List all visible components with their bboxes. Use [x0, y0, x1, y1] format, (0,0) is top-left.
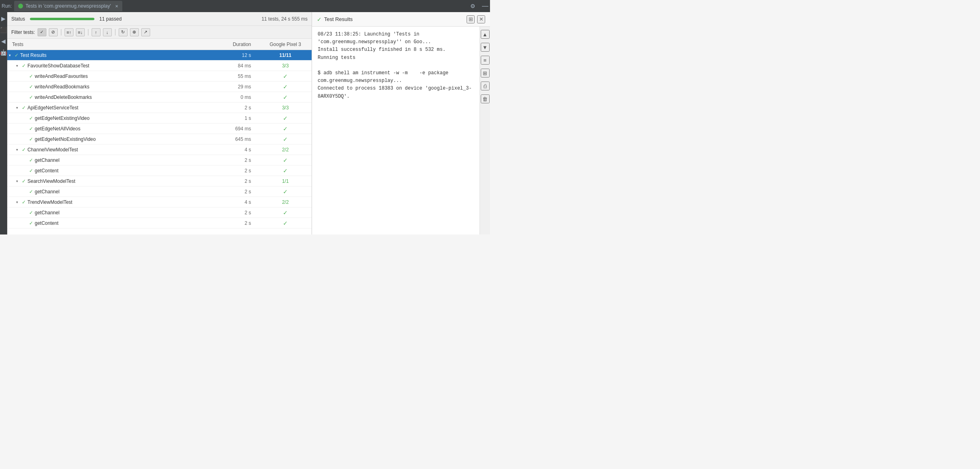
tree-row-trend-vm[interactable]: ▾✓TrendViewModelTest4 s2/2 [7, 197, 312, 207]
status-bar: Status 11 passed 11 tests, 24 s 555 ms [7, 12, 312, 26]
list-view-button[interactable]: ≡ [481, 56, 490, 65]
check-icon-root: ✓ [15, 52, 19, 58]
expand-icon-root[interactable]: ▾ [9, 53, 15, 57]
tab-status-icon [18, 4, 23, 8]
row-name-get-edge-all: getEdgeNetAllVideos [35, 126, 80, 132]
row-duration-get-edge-noexist: 645 ms [211, 136, 259, 142]
row-duration-trend-vm-getcontent: 2 s [211, 220, 259, 226]
expand-icon-channel-vm[interactable]: ▾ [16, 148, 22, 152]
check-icon-channel-vm: ✓ [22, 147, 26, 153]
check-icon-write-read-fav: ✓ [29, 73, 33, 79]
tree-row-search-vm-getchannel[interactable]: ✓getChannel2 s✓ [7, 186, 312, 197]
test-count: 11 tests, 24 s 555 ms [262, 16, 308, 22]
check-icon-trend-vm-getcontent: ✓ [29, 220, 33, 226]
row-device-root: 11/11 [259, 52, 312, 58]
row-duration-write-read-bk: 29 ms [211, 84, 259, 90]
expand-icon-trend-vm[interactable]: ▾ [16, 200, 22, 204]
row-duration-write-delete-bk: 0 ms [211, 94, 259, 100]
tree-row-channel-vm-getchannel[interactable]: ✓getChannel2 s✓ [7, 155, 312, 165]
row-duration-channel-vm-getchannel: 2 s [211, 157, 259, 163]
right-toolbar: ▲ ▼ ≡ ⊞ ⎙ 🗑 [480, 27, 490, 234]
row-duration-write-read-fav: 55 ms [211, 73, 259, 79]
row-duration-channel-vm: 4 s [211, 147, 259, 153]
row-device-write-read-bk: ✓ [259, 84, 312, 90]
right-header-actions: ⊞ ✕ [467, 15, 485, 23]
row-duration-trend-vm-getchannel: 2 s [211, 210, 259, 216]
check-icon-search-vm-getchannel: ✓ [29, 189, 33, 195]
export-button[interactable]: ↗ [141, 28, 150, 36]
left-toolbar: ▶ ⬛ ◀ 🤖 [0, 12, 7, 234]
tree-row-trend-vm-getchannel[interactable]: ✓getChannel2 s✓ [7, 207, 312, 218]
filter-passed-button[interactable]: ✓ [38, 28, 46, 36]
tree-row-api-edge[interactable]: ▾✓ApiEdgeNetServiceTest2 s3/3 [7, 103, 312, 113]
status-label: Status [11, 16, 25, 22]
tree-row-trend-vm-getcontent[interactable]: ✓getContent2 s✓ [7, 218, 312, 228]
row-duration-get-edge-all: 694 ms [211, 126, 259, 132]
filter-separator-2 [88, 29, 88, 36]
filter-separator-1 [61, 29, 61, 36]
expand-icon-search-vm[interactable]: ▾ [16, 179, 22, 183]
right-close-button[interactable]: ✕ [477, 15, 485, 23]
tree-row-search-vm[interactable]: ▾✓SearchViewModelTest2 s1/1 [7, 176, 312, 186]
row-device-channel-vm-getcontent: ✓ [259, 168, 312, 174]
row-name-trend-vm-getcontent: getContent [35, 220, 59, 226]
main-layout: ▶ ⬛ ◀ 🤖 Status 11 passed 11 tests, 24 s … [0, 12, 490, 234]
right-expand-button[interactable]: ⊞ [467, 15, 475, 23]
scroll-down-button[interactable]: ▼ [481, 43, 490, 52]
row-name-channel-vm-getchannel: getChannel [35, 157, 59, 163]
tree-row-get-edge-noexist[interactable]: ✓getEdgeNetNoExistingVideo645 ms✓ [7, 134, 312, 144]
minimize-button[interactable]: — [482, 2, 488, 10]
sort-asc-button[interactable]: ≡↑ [65, 28, 73, 36]
table-view-button[interactable]: ⊞ [481, 69, 490, 77]
left-tool-step-icon[interactable]: ◀ [1, 38, 6, 44]
tree-row-channel-vm-getcontent[interactable]: ✓getContent2 s✓ [7, 165, 312, 176]
tree-row-favourite-db[interactable]: ▾✓FavouriteShowDatabaseTest84 ms3/3 [7, 61, 312, 71]
row-name-trend-vm: TrendViewModelTest [27, 199, 72, 205]
col-device-header: Google Pixel 3 [259, 42, 312, 47]
row-duration-channel-vm-getcontent: 2 s [211, 168, 259, 174]
right-panel-title: ✓ Test Results [317, 16, 353, 23]
tree-row-write-read-bk[interactable]: ✓writeAndReadBookmarks29 ms✓ [7, 82, 312, 92]
left-tool-android-icon[interactable]: 🤖 [0, 49, 7, 56]
col-tests-header: Tests [7, 42, 211, 47]
left-tool-debug-icon[interactable]: ⬛ [0, 27, 7, 33]
row-name-write-delete-bk: writeAndDeleteBookmarks [35, 94, 92, 100]
sort-desc-button[interactable]: ≡↓ [76, 28, 85, 36]
filter-label: Filter tests: [11, 29, 35, 35]
tree-row-channel-vm[interactable]: ▾✓ChannelViewModelTest4 s2/2 [7, 144, 312, 155]
col-duration-header: Duration [211, 42, 259, 47]
progress-bar-fill [30, 18, 94, 20]
left-tool-run-icon[interactable]: ▶ [1, 15, 6, 22]
row-name-search-vm-getchannel: getChannel [35, 189, 59, 195]
print-button[interactable]: ⎙ [481, 82, 490, 90]
expand-icon-api-edge[interactable]: ▾ [16, 106, 22, 110]
check-icon-trend-vm-getchannel: ✓ [29, 210, 33, 216]
tree-row-write-read-fav[interactable]: ✓writeAndReadFavourites55 ms✓ [7, 71, 312, 82]
navigate-up-button[interactable]: ↑ [92, 28, 101, 36]
row-device-write-read-fav: ✓ [259, 73, 312, 80]
rerun-button[interactable]: ↻ [119, 28, 128, 36]
right-panel-header: ✓ Test Results ⊞ ✕ [312, 12, 490, 27]
tab-bar: Run: Tests in 'com.greenmug.newspresspla… [0, 0, 490, 12]
tree-row-get-edge-existing[interactable]: ✓getEdgeNetExistingVideo1 s✓ [7, 113, 312, 124]
filter-failed-button[interactable]: ⊘ [49, 28, 58, 36]
navigate-down-button[interactable]: ↓ [103, 28, 112, 36]
tree-row-write-delete-bk[interactable]: ✓writeAndDeleteBookmarks0 ms✓ [7, 92, 312, 103]
row-device-api-edge: 3/3 [259, 105, 312, 111]
row-device-channel-vm-getchannel: ✓ [259, 157, 312, 163]
test-tree: ▾✓Test Results12 s11/11▾✓FavouriteShowDa… [7, 50, 312, 234]
check-icon-write-delete-bk: ✓ [29, 94, 33, 100]
settings-icon[interactable]: ⚙ [470, 3, 475, 9]
tab-close-button[interactable]: ✕ [115, 4, 118, 8]
scroll-up-button[interactable]: ▲ [481, 30, 490, 39]
expand-button[interactable]: ⊕ [130, 28, 139, 36]
check-icon-api-edge: ✓ [22, 105, 26, 111]
delete-button[interactable]: 🗑 [481, 94, 490, 103]
tree-row-get-edge-all[interactable]: ✓getEdgeNetAllVideos694 ms✓ [7, 124, 312, 134]
test-panel: Status 11 passed 11 tests, 24 s 555 ms F… [7, 12, 312, 234]
row-device-trend-vm: 2/2 [259, 199, 312, 205]
main-tab[interactable]: Tests in 'com.greenmug.newspressplay' ✕ [14, 1, 122, 11]
row-device-search-vm-getchannel: ✓ [259, 188, 312, 195]
expand-icon-favourite-db[interactable]: ▾ [16, 64, 22, 68]
tree-row-root[interactable]: ▾✓Test Results12 s11/11 [7, 50, 312, 61]
